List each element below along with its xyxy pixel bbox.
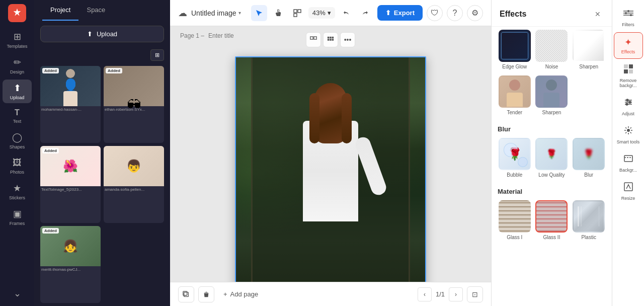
filters-label: Filters: [622, 22, 634, 27]
shield-btn[interactable]: 🛡: [427, 5, 443, 21]
more-action-btn[interactable]: •••: [340, 32, 355, 47]
effect-label: Blur: [584, 172, 593, 178]
list-item[interactable]: 👧 Added meritt-thomas-pwCJ...: [40, 226, 101, 303]
title-area[interactable]: Untitled image ▾: [191, 9, 241, 17]
blur-thumb: 🌹: [573, 138, 605, 170]
svg-rect-19: [624, 64, 628, 68]
effect-item-bubble[interactable]: 🌹 Bubble: [498, 138, 532, 178]
effect-item-glass2[interactable]: Glass II: [535, 200, 569, 240]
sidebar-item-shapes[interactable]: ◯ Shapes: [3, 129, 32, 152]
effects-label: Effects: [621, 49, 635, 54]
app-logo[interactable]: [8, 4, 26, 22]
canvas-image: [236, 57, 425, 282]
effect-label: Sharpen: [579, 64, 598, 69]
upload-icon: ⬆: [14, 83, 21, 94]
filters-btn[interactable]: Filters: [614, 4, 643, 31]
sidebar-item-design[interactable]: ✏ Design: [3, 54, 32, 78]
effects-header: Effects ✕: [492, 0, 612, 27]
undo-btn[interactable]: [338, 5, 354, 21]
svg-rect-22: [629, 69, 633, 73]
effects-btn[interactable]: ✦ Effects: [614, 32, 643, 59]
sidebar-item-frames[interactable]: ▣ Frames: [3, 205, 32, 229]
list-item[interactable]: 👤 Added mohammed-hassan-...: [40, 66, 101, 143]
effect-item-blur[interactable]: 🌹 Blur: [572, 138, 606, 178]
effects-panel: Effects ✕ Edge Glow Noise Sharpen: [491, 0, 612, 306]
effect-item-tender[interactable]: Tender: [498, 75, 532, 115]
tab-project[interactable]: Project: [42, 0, 78, 21]
effects-close-btn[interactable]: ✕: [592, 8, 604, 20]
grid-view-btn[interactable]: ⊞: [150, 49, 164, 61]
remove-bg-btn[interactable]: Remove backgr...: [614, 60, 643, 92]
fit-btn[interactable]: ⊡: [467, 286, 483, 302]
effects-title: Effects: [500, 10, 526, 19]
frame-tool-btn[interactable]: [289, 5, 305, 21]
next-page-btn[interactable]: ›: [449, 287, 463, 301]
canvas-frame[interactable]: [235, 56, 426, 282]
sidebar-item-photos[interactable]: 🖼 Photos: [3, 155, 32, 178]
settings-btn[interactable]: ⚙: [467, 5, 483, 21]
list-item[interactable]: 👦 amanda-sofia-pellen...: [104, 146, 164, 223]
effect-item-sharpen2[interactable]: Sharpen: [535, 75, 569, 115]
help-btn[interactable]: ?: [447, 5, 463, 21]
sharpen2-thumb: [535, 75, 568, 108]
export-icon: ⬆: [385, 9, 391, 17]
page-title-input[interactable]: [208, 32, 284, 39]
adjust-btn[interactable]: Adjust: [614, 93, 643, 120]
right-sidebar: Filters ✦ Effects Remove backgr... Adjus…: [612, 0, 644, 306]
select-tool-btn[interactable]: [251, 5, 267, 21]
effect-item-sharpen[interactable]: Sharpen: [572, 30, 606, 69]
left-sidebar: ⊞ Templates ✏ Design ⬆ Upload T Text ◯ S…: [0, 0, 34, 306]
zoom-value: 43%: [312, 9, 326, 17]
cloud-icon: ☁: [178, 8, 187, 19]
list-item[interactable]: 🕶 Added ethan-robertson-SYx...: [104, 66, 164, 143]
export-button[interactable]: ⬆ Export: [377, 5, 423, 21]
toolbar-right: ⬆ Export 🛡 ? ⚙: [377, 5, 483, 21]
effect-item-edge-glow[interactable]: Edge Glow: [498, 30, 532, 69]
tab-space[interactable]: Space: [78, 0, 113, 21]
title-dropdown-icon: ▾: [238, 10, 241, 16]
chevron-down-icon: ⌄: [14, 288, 21, 299]
woman-figure: [280, 86, 381, 282]
copy-btn[interactable]: [178, 286, 194, 302]
frame-action-btn[interactable]: [306, 32, 321, 47]
delete-btn[interactable]: [198, 286, 214, 302]
resize-btn[interactable]: Resize: [614, 178, 643, 205]
effect-label: Edge Glow: [502, 64, 527, 69]
bottom-bar-right: ‹ 1/1 › ⊡: [418, 286, 483, 302]
zoom-control[interactable]: 43% ▾: [308, 7, 335, 19]
sidebar-item-label: Photos: [10, 170, 24, 175]
effect-row-basic-bottom: Tender Sharpen: [492, 75, 612, 121]
effect-label: Low Quality: [538, 172, 565, 178]
edge-glow-thumb: [499, 30, 531, 62]
list-item[interactable]: 🌺 Added TextToImage_5|2023...: [40, 146, 101, 223]
effect-item-low-quality[interactable]: 🌹 Low Quality: [535, 138, 569, 178]
sidebar-item-more[interactable]: ⌄: [3, 285, 32, 302]
effect-row-basic-top: Edge Glow Noise Sharpen: [492, 27, 612, 75]
image-grid: 👤 Added mohammed-hassan-... 🕶 Added etha…: [34, 63, 170, 306]
view-toggle: ⊞: [40, 49, 164, 61]
image-label: amanda-sofia-pellen...: [104, 186, 164, 194]
effect-item-plastic[interactable]: Plastic: [572, 200, 606, 240]
effect-label: Sharpen: [542, 110, 561, 115]
effect-label: Bubble: [507, 172, 522, 178]
smart-tools-btn[interactable]: Smart tools: [614, 121, 643, 148]
sidebar-item-templates[interactable]: ⊞ Templates: [3, 28, 32, 52]
sidebar-item-text[interactable]: T Text: [3, 105, 32, 127]
upload-btn-icon: ⬆: [87, 30, 93, 38]
page-counter: 1/1: [436, 290, 445, 298]
low-quality-thumb: 🌹: [535, 138, 568, 170]
prev-page-btn[interactable]: ‹: [418, 287, 432, 301]
sidebar-item-upload[interactable]: ⬆ Upload: [3, 80, 32, 103]
effect-item-noise[interactable]: Noise: [535, 30, 569, 69]
add-page-button[interactable]: + Add page: [218, 286, 263, 302]
plastic-thumb: [573, 200, 605, 233]
upload-button[interactable]: ⬆ Upload: [40, 26, 164, 42]
effect-item-glass1[interactable]: Glass I: [498, 200, 532, 240]
grid-action-btn[interactable]: [323, 32, 338, 47]
sidebar-item-stickers[interactable]: ★ Stickers: [3, 180, 32, 203]
sidebar-item-label: Text: [13, 119, 22, 124]
svg-rect-10: [332, 39, 334, 41]
hand-tool-btn[interactable]: [270, 5, 286, 21]
background-btn[interactable]: Backgr...: [614, 149, 643, 177]
redo-btn[interactable]: [357, 5, 373, 21]
